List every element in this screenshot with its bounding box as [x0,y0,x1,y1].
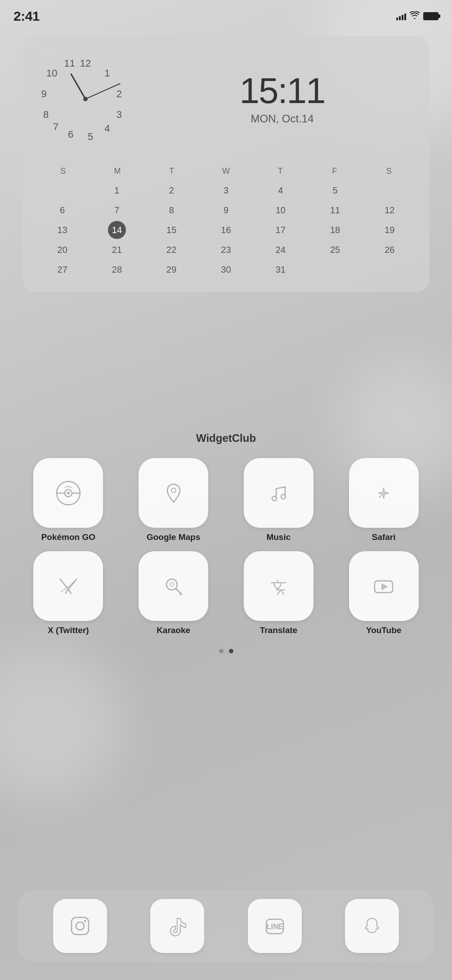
cal-cell-1: 1 [108,181,126,199]
app-label-karaoke: Karaoke [157,625,190,635]
cal-cell-25: 25 [326,241,344,259]
cal-cell-empty-4 [380,261,398,279]
svg-line-13 [277,590,281,594]
maps-icon [160,480,187,507]
cal-header-t1: T [144,166,199,176]
twitter-icon [55,573,82,600]
svg-point-19 [84,920,86,922]
cal-cell-22: 22 [162,241,180,259]
signal-bar-4 [404,13,406,20]
pokeball-icon [55,480,82,507]
cal-cell-3: 3 [217,181,235,199]
svg-line-8 [175,588,181,593]
cal-cell-30: 30 [217,261,235,279]
cal-cell-empty-3 [326,261,344,279]
calendar-grid: S M T W T F S 1 2 3 4 5 6 7 8 9 10 11 12 [36,166,416,279]
svg-marker-16 [381,583,388,590]
app-label-youtube: YouTube [366,625,401,635]
app-icon-youtube [349,551,419,621]
cal-cell-10: 10 [272,201,290,219]
app-item-google-maps[interactable]: Google Maps [123,458,224,542]
clock-hands [36,49,135,148]
app-item-pokemon-go[interactable]: Pokémon GO [18,458,119,542]
instagram-icon [69,915,91,937]
svg-line-14 [281,590,284,594]
clock-center [83,97,88,101]
digital-time: 15:11 [148,73,416,109]
translate-icon [265,573,292,600]
section-label: WidgetClub [18,432,434,445]
status-time: 2:41 [13,9,40,24]
app-label-music: Music [266,532,291,542]
dock-item-instagram[interactable] [53,899,107,953]
wifi-icon [410,11,420,22]
status-icons [396,11,439,22]
app-icon-safari [349,458,419,528]
svg-point-2 [67,492,70,494]
cal-cell-2: 2 [162,181,180,199]
app-icon-google-maps [139,458,208,528]
svg-text:LINE: LINE [266,923,283,931]
karaoke-icon [160,573,187,600]
cal-cell-empty-1 [54,181,72,199]
app-label-safari: Safari [372,532,396,542]
svg-point-18 [76,922,84,930]
cal-cell-15: 15 [162,221,180,239]
app-icon-translate [244,551,313,621]
svg-point-3 [171,488,176,493]
digital-time-section: 15:11 MON, Oct.14 [148,73,416,125]
app-item-karaoke[interactable]: Karaoke [123,551,224,635]
cal-cell-5: 5 [326,181,344,199]
dock-item-line[interactable]: LINE [248,899,302,953]
cal-header-w: W [199,166,253,176]
cal-cell-11: 11 [326,201,344,219]
cal-cell-13: 13 [54,221,72,239]
svg-point-9 [179,593,182,595]
clock-calendar-widget: 12 1 2 3 4 5 6 7 8 9 10 11 15:11 [22,36,430,292]
analog-clock: 12 1 2 3 4 5 6 7 8 9 10 11 [36,49,135,148]
minute-hand [85,83,121,99]
cal-cell-24: 24 [272,241,290,259]
cal-cell-28: 28 [108,261,126,279]
app-item-safari[interactable]: Safari [333,458,434,542]
signal-bar-1 [396,18,398,20]
cal-cell-20: 20 [54,241,72,259]
dock-item-snapchat[interactable] [345,899,399,953]
cal-cell-27: 27 [54,261,72,279]
cal-cell-31: 31 [272,261,290,279]
app-item-translate[interactable]: Translate [228,551,329,635]
battery-icon [423,12,439,20]
cal-header-f: F [308,166,362,176]
app-icon-twitter [33,551,103,621]
page-dot-2 [229,649,233,653]
widget-top-row: 12 1 2 3 4 5 6 7 8 9 10 11 15:11 [36,49,416,148]
calendar-header: S M T W T F S [36,166,416,176]
signal-bar-2 [399,16,401,20]
cal-cell-4: 4 [272,181,290,199]
cal-cell-9: 9 [217,201,235,219]
signal-bar-3 [402,15,403,20]
tiktok-icon [166,915,188,937]
music-icon [265,480,292,507]
signal-bars-icon [396,12,406,20]
app-icon-music [244,458,313,528]
cal-cell-29: 29 [162,261,180,279]
cal-header-m: M [90,166,145,176]
app-label-twitter: X (Twitter) [48,625,89,635]
cal-cell-6: 6 [54,201,72,219]
dock-item-tiktok[interactable] [150,899,204,953]
dock: LINE [18,890,434,962]
cal-cell-empty-2 [380,181,398,199]
cal-cell-17: 17 [272,221,290,239]
cal-header-t2: T [253,166,308,176]
app-item-twitter[interactable]: X (Twitter) [18,551,119,635]
app-item-youtube[interactable]: YouTube [333,551,434,635]
page-dot-1 [219,649,224,653]
snapchat-icon [361,915,383,937]
cal-cell-18: 18 [326,221,344,239]
cal-cell-23: 23 [217,241,235,259]
page-indicator [18,649,434,653]
cal-cell-12: 12 [380,201,398,219]
app-item-music[interactable]: Music [228,458,329,542]
digital-date: MON, Oct.14 [148,112,416,125]
